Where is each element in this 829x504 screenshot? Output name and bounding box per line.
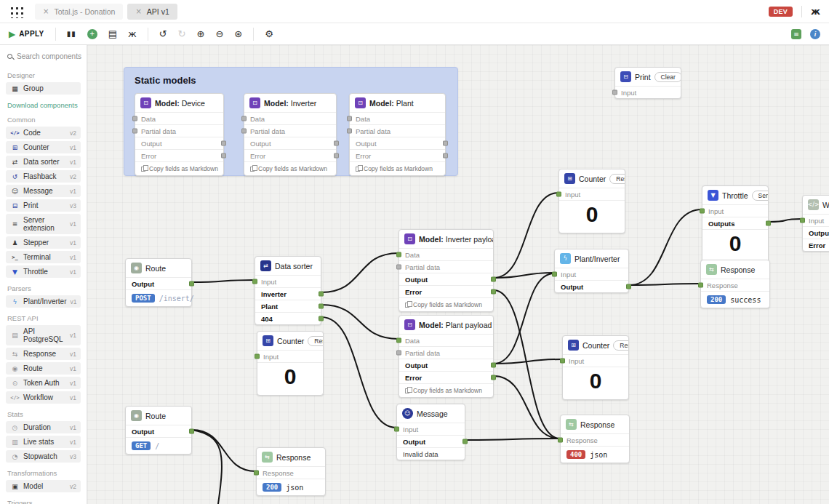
- output-port[interactable]: [221, 153, 226, 159]
- node-model-inverter[interactable]: ⊡Model: InverterDataPartial dataOutputEr…: [244, 93, 337, 176]
- input-port[interactable]: [132, 129, 137, 134]
- input-port[interactable]: [394, 427, 399, 432]
- input-port[interactable]: [558, 438, 563, 443]
- output-port[interactable]: [766, 221, 771, 226]
- node-model-plant[interactable]: ⊡Model: PlantDataPartial dataOutputError…: [349, 93, 446, 176]
- apps-grid-icon[interactable]: [9, 5, 23, 18]
- wire[interactable]: [494, 290, 560, 439]
- reset-button[interactable]: Reset: [609, 174, 625, 184]
- output-port[interactable]: [462, 439, 468, 444]
- reset-button[interactable]: Reset: [613, 340, 628, 351]
- send-button[interactable]: Send: [752, 191, 768, 201]
- input-port[interactable]: [396, 338, 401, 343]
- search-input[interactable]: [17, 52, 82, 60]
- node-model-device[interactable]: ⊡Model: DeviceDataPartial dataOutputErro…: [135, 93, 224, 176]
- sidebar-item-stopwatch[interactable]: ◔Stopwatchv3: [6, 450, 81, 463]
- sidebar-item-terminal[interactable]: >_Terminalv1: [6, 251, 81, 263]
- input-port[interactable]: [396, 351, 401, 356]
- wire[interactable]: [769, 219, 802, 222]
- input-port[interactable]: [241, 129, 247, 134]
- sidebar-item-group[interactable]: ▦Group: [6, 82, 81, 95]
- sidebar-item-data-sorter[interactable]: ⇄Data sorterv1: [6, 156, 81, 168]
- copy-fields-link[interactable]: Copy fields as Markdown: [350, 161, 445, 175]
- output-port[interactable]: [319, 316, 324, 321]
- close-icon[interactable]: ×: [43, 7, 49, 15]
- sidebar-item-duration[interactable]: ◷Durationv1: [6, 421, 81, 433]
- clipboard-button[interactable]: ▤: [108, 29, 117, 39]
- zoom-reset-button[interactable]: ⊛: [234, 29, 242, 39]
- node-message[interactable]: ☺MessageInputOutputInvalid data: [396, 404, 465, 460]
- node-data-sorter[interactable]: ⇄Data sorterInputInverterPlant404: [255, 256, 321, 325]
- input-port[interactable]: [252, 279, 257, 284]
- wire[interactable]: [321, 253, 399, 292]
- output-port[interactable]: [491, 289, 496, 295]
- node-counter-2[interactable]: ⊞CounterResetInput0: [257, 331, 324, 396]
- sidebar-item-token-auth[interactable]: ⊙Token Authv1: [6, 377, 81, 389]
- close-icon[interactable]: ×: [135, 7, 141, 15]
- sidebar-item-api-postgresql[interactable]: ▤API PostgreSQLv1: [6, 325, 81, 345]
- redo-button[interactable]: ↻: [178, 29, 186, 39]
- tab-api-v1[interactable]: × API v1: [127, 4, 177, 20]
- zoom-out-button[interactable]: ⊖: [215, 29, 223, 39]
- clear-button[interactable]: Clear: [654, 72, 681, 82]
- output-port[interactable]: [189, 281, 194, 287]
- info-icon[interactable]: i: [810, 29, 820, 39]
- node-throttle[interactable]: ▼ThrottleSendInputOutputs0: [702, 185, 769, 263]
- apply-button[interactable]: ▶ APPLY: [9, 30, 44, 39]
- node-workflow[interactable]: </>WorkflowInputOutputError: [802, 195, 829, 252]
- output-port[interactable]: [626, 284, 631, 289]
- wire[interactable]: [494, 193, 558, 278]
- copy-fields-link[interactable]: Copy fields as Markdown: [399, 383, 493, 397]
- sidebar-item-print[interactable]: ⊟Printv3: [6, 199, 81, 212]
- wire[interactable]: [629, 209, 702, 285]
- node-model-plant-payload[interactable]: ⊡Model: Plant payloadDataPartial dataOut…: [399, 315, 494, 398]
- input-port[interactable]: [254, 471, 259, 476]
- node-response-400[interactable]: ⇆ResponseResponse400json: [560, 415, 630, 463]
- input-port[interactable]: [396, 252, 401, 257]
- node-print[interactable]: ⊟PrintClearInput: [614, 67, 681, 99]
- output-port[interactable]: [491, 375, 496, 380]
- input-port[interactable]: [396, 265, 401, 270]
- sidebar-item-route[interactable]: ◉Routev1: [6, 362, 81, 375]
- output-port[interactable]: [491, 277, 496, 282]
- wire[interactable]: [321, 305, 399, 339]
- sidebar-item-throttle[interactable]: ▼Throttlev1: [6, 265, 81, 278]
- debug-button[interactable]: ж: [128, 29, 137, 39]
- pause-button[interactable]: ▮▮: [67, 31, 76, 38]
- input-port[interactable]: [700, 209, 705, 214]
- node-counter-3[interactable]: ⊞CounterResetInput0: [562, 335, 629, 400]
- output-port[interactable]: [319, 292, 324, 297]
- wire[interactable]: [494, 376, 560, 439]
- sidebar-item-code[interactable]: </>Codev2: [6, 127, 81, 139]
- node-response-success[interactable]: ⇆ResponseResponse200success: [700, 260, 770, 308]
- node-plant-inverter[interactable]: ϟPlant/InverterInputOutput: [554, 249, 629, 293]
- node-counter-1[interactable]: ⊞CounterResetInput0: [558, 169, 625, 233]
- node-route-post[interactable]: ◉RouteOutputPOST/insert/: [125, 258, 192, 307]
- wire[interactable]: [465, 439, 560, 440]
- sidebar-item-counter[interactable]: ⊞Counterv1: [6, 141, 81, 153]
- input-port[interactable]: [560, 359, 565, 364]
- sidebar-item-stepper[interactable]: ♟Stepperv1: [6, 236, 81, 249]
- sidebar-item-message[interactable]: ☺Messagev1: [6, 185, 81, 197]
- node-route-get[interactable]: ◉RouteOutputGET/: [125, 406, 192, 455]
- reset-button[interactable]: Reset: [308, 336, 323, 346]
- sidebar-item-live-stats[interactable]: ▥Live statsv1: [6, 436, 81, 448]
- tab-totaljs-donation[interactable]: × Total.js - Donation: [35, 4, 123, 20]
- zoom-in-button[interactable]: ⊕: [197, 29, 205, 39]
- wire[interactable]: [192, 280, 255, 282]
- input-port[interactable]: [556, 192, 561, 197]
- download-components-link[interactable]: Download components: [7, 101, 81, 109]
- output-port[interactable]: [334, 141, 339, 146]
- output-port[interactable]: [334, 153, 339, 159]
- node-model-inverter-payload[interactable]: ⊡Model: Inverter payloadDataPartial data…: [399, 229, 494, 312]
- input-port[interactable]: [800, 218, 805, 223]
- add-component-button[interactable]: +: [87, 29, 97, 39]
- undo-button[interactable]: ↺: [159, 29, 167, 39]
- output-port[interactable]: [443, 153, 448, 159]
- sidebar-item-model[interactable]: ▣Modelv2: [6, 480, 81, 492]
- output-port[interactable]: [443, 141, 448, 146]
- sidebar-item-plant-inverter[interactable]: ϟPlant/Inverterv1: [6, 295, 81, 308]
- settings-gear-button[interactable]: ⚙: [265, 29, 273, 39]
- output-port[interactable]: [319, 304, 324, 309]
- flow-canvas[interactable]: Static models⊡Model: DeviceDataPartial d…: [87, 45, 829, 504]
